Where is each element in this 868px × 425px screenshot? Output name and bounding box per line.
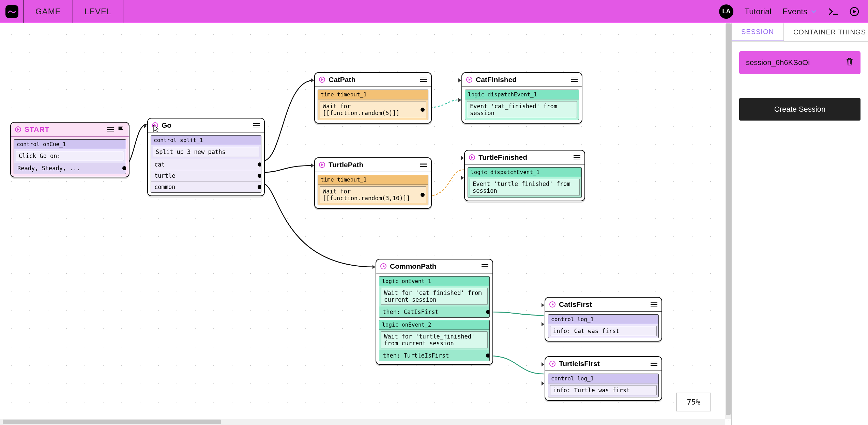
block-head: control onCue_1	[14, 140, 126, 149]
block-line: Click Go on:	[16, 151, 124, 161]
output-port[interactable]	[486, 353, 490, 358]
console-icon[interactable]	[828, 7, 839, 16]
nav-level[interactable]: LEVEL	[73, 0, 124, 23]
block-timeout[interactable]: time timeout_1 Wait for [[function.rando…	[318, 175, 428, 205]
output-port[interactable]	[122, 166, 126, 170]
input-port[interactable]	[461, 156, 464, 160]
side-panel: SESSION CONTAINER THINGS session_6h6KSoO…	[732, 23, 868, 425]
flag-icon[interactable]	[117, 126, 125, 133]
main: START control onCue_1 Click Go on: Ready…	[0, 23, 868, 425]
node-catpath[interactable]: CatPath time timeout_1 Wait for [[functi…	[314, 72, 432, 124]
play-icon[interactable]	[466, 77, 472, 83]
block-head: control log_1	[548, 315, 658, 324]
play-icon[interactable]	[319, 162, 325, 168]
hamburger-icon[interactable]	[651, 302, 657, 306]
node-catfinished[interactable]: CatFinished logic dispatchEvent_1 Event …	[461, 72, 582, 124]
nav-game[interactable]: GAME	[24, 0, 73, 23]
hamburger-icon[interactable]	[574, 155, 580, 159]
node-title: Go	[162, 121, 250, 129]
node-turtleisfirst[interactable]: TurtleIsFirst control log_1 info: Turtle…	[545, 356, 662, 401]
trash-icon[interactable]	[846, 57, 854, 68]
play-icon[interactable]	[319, 77, 325, 83]
input-port[interactable]	[542, 362, 544, 366]
play-icon[interactable]	[380, 263, 386, 269]
block-head: logic dispatchEvent_1	[468, 168, 581, 177]
canvas[interactable]: START control onCue_1 Click Go on: Ready…	[0, 23, 731, 425]
split-path: common	[154, 184, 175, 190]
hamburger-icon[interactable]	[651, 362, 657, 366]
zoom-indicator[interactable]: 75%	[676, 393, 711, 411]
block-body: Wait for 'turtle_finished' from current …	[381, 331, 488, 348]
node-title: CatIsFirst	[559, 300, 647, 309]
block-oncue[interactable]: control onCue_1 Click Go on: Ready, Stea…	[14, 139, 126, 174]
block-head: control split_1	[151, 136, 261, 145]
node-commonpath[interactable]: CommonPath logic onEvent_1 Wait for 'cat…	[376, 259, 493, 365]
avatar[interactable]: LA	[719, 4, 733, 19]
vertical-scrollbar[interactable]	[725, 23, 731, 419]
hamburger-icon[interactable]	[482, 264, 488, 268]
block-log[interactable]: control log_1 info: Cat was first	[548, 314, 659, 338]
play-icon[interactable]	[850, 7, 859, 16]
nav-events-label: Events	[782, 7, 807, 16]
input-port[interactable]	[458, 78, 461, 82]
input-port[interactable]	[542, 322, 544, 326]
block-head: control log_1	[548, 374, 658, 383]
horizontal-scrollbar[interactable]	[0, 419, 725, 425]
play-icon[interactable]	[469, 154, 475, 160]
nav-tutorial[interactable]: Tutorial	[744, 7, 771, 16]
block-onevent2[interactable]: logic onEvent_2 Wait for 'turtle_finishe…	[379, 320, 490, 361]
input-port[interactable]	[461, 176, 464, 180]
input-port[interactable]	[542, 381, 544, 385]
node-turtlepath[interactable]: TurtlePath time timeout_1 Wait for [[fun…	[314, 157, 432, 209]
node-start[interactable]: START control onCue_1 Click Go on: Ready…	[10, 122, 130, 177]
block-head: time timeout_1	[318, 90, 428, 99]
app-logo[interactable]	[0, 0, 24, 23]
block-onevent1[interactable]: logic onEvent_1 Wait for 'cat_finished' …	[379, 276, 490, 318]
block-dispatch[interactable]: logic dispatchEvent_1 Event 'turtle_fini…	[468, 167, 582, 198]
play-icon[interactable]	[549, 361, 555, 367]
block-log[interactable]: control log_1 info: Turtle was first	[548, 374, 659, 397]
block-then: then: TurtleIsFirst	[383, 352, 449, 359]
create-session-button[interactable]: Create Session	[739, 98, 861, 121]
hamburger-icon[interactable]	[571, 78, 578, 82]
block-then: then: CatIsFirst	[383, 309, 439, 315]
node-catisfirst[interactable]: CatIsFirst control log_1 info: Cat was f…	[545, 297, 662, 342]
output-port[interactable]	[421, 193, 425, 197]
input-port[interactable]	[458, 98, 461, 102]
header-tools: LA Tutorial Events	[710, 0, 868, 23]
input-port[interactable]	[542, 303, 544, 307]
hamburger-icon[interactable]	[253, 123, 260, 127]
top-bar: GAME LEVEL LA Tutorial Events	[0, 0, 868, 23]
block-head: logic onEvent_1	[379, 277, 489, 286]
hamburger-icon[interactable]	[107, 127, 114, 131]
block-body: info: Cat was first	[550, 326, 657, 336]
hamburger-icon[interactable]	[420, 163, 427, 167]
nav-events[interactable]: Events	[782, 7, 818, 16]
play-icon[interactable]	[549, 301, 555, 308]
block-timeout[interactable]: time timeout_1 Wait for [[function.rando…	[318, 90, 428, 120]
input-port[interactable]	[311, 78, 314, 82]
block-dispatch[interactable]: logic dispatchEvent_1 Event 'cat_finishe…	[465, 90, 579, 120]
hamburger-icon[interactable]	[420, 78, 427, 82]
play-icon[interactable]	[152, 122, 158, 128]
block-head: logic dispatchEvent_1	[465, 90, 579, 99]
play-icon[interactable]	[15, 126, 21, 132]
output-port[interactable]	[258, 162, 261, 167]
input-port[interactable]	[372, 265, 375, 269]
tab-session[interactable]: SESSION	[732, 23, 783, 41]
node-title: TurtleIsFirst	[559, 360, 647, 368]
block-body: Wait for [[function.random(5)]]	[323, 103, 399, 116]
output-port[interactable]	[258, 174, 261, 178]
input-port[interactable]	[144, 124, 147, 128]
output-port[interactable]	[486, 310, 490, 314]
output-port[interactable]	[258, 185, 261, 189]
tab-container-things[interactable]: CONTAINER THINGS	[783, 23, 868, 41]
node-title: TurtlePath	[329, 161, 417, 169]
session-chip[interactable]: session_6h6KSoOi	[739, 51, 861, 74]
node-turtlefinished[interactable]: TurtleFinished logic dispatchEvent_1 Eve…	[464, 150, 585, 201]
input-port[interactable]	[311, 163, 314, 168]
block-split[interactable]: control split_1 Split up 3 new paths cat…	[151, 135, 261, 193]
node-go[interactable]: Go control split_1 Split up 3 new paths …	[147, 118, 265, 196]
split-path: turtle	[154, 172, 175, 179]
output-port[interactable]	[421, 108, 425, 112]
